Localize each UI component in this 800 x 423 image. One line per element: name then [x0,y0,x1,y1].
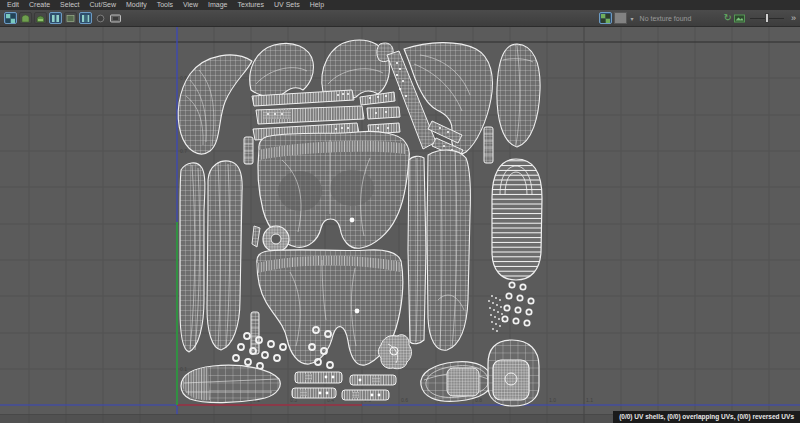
isolate-bars-alt-icon[interactable] [79,12,92,24]
texture-swatch[interactable] [614,12,627,24]
uv-shell-lace-knot[interactable] [378,335,411,369]
menu-image[interactable]: Image [203,0,232,10]
uv-shell-side-fan-panel[interactable] [178,55,252,154]
isolate-bars-icon[interactable] [49,12,62,24]
uv-shell-ladder-strip-1[interactable] [244,137,253,164]
uv-toolbar: ▾ No texture found ↻ » [0,10,800,27]
uv-shell-grommet-ring[interactable] [263,226,289,252]
uv-shell-sole-strip-2[interactable] [350,375,396,385]
image-update-icon[interactable] [734,9,745,27]
uv-shell-side-panel-wide[interactable] [427,150,470,350]
uv-shell-sole-strip-3[interactable] [292,388,336,398]
texture-display-icon[interactable] [599,12,612,24]
menu-modify[interactable]: Modify [121,0,152,10]
checker-grid-icon[interactable] [4,12,17,24]
uv-shell-sole-top[interactable] [421,362,492,402]
uv-shell-boot-upper[interactable] [497,44,540,147]
uv-shell-sleeve-panel-1[interactable] [180,163,205,352]
uv-shell-strap-short-1[interactable] [360,92,395,105]
uv-shell-sole-side[interactable] [181,365,280,402]
menu-textures[interactable]: Textures [233,0,269,10]
slider-handle[interactable] [765,13,769,23]
uv-shells-layer [178,40,542,406]
toolbar-left-group [4,12,122,24]
menu-select[interactable]: Select [55,0,84,10]
svg-text:0.7: 0.7 [180,148,187,154]
uv-shell-icon[interactable] [19,12,32,24]
menu-uv-sets[interactable]: UV Sets [269,0,305,10]
uv-shell-sole-tread[interactable] [492,159,542,280]
chevron-down-icon[interactable]: ▾ [631,15,634,22]
uv-shell-sole-strip-4[interactable] [342,390,389,400]
dim-circle-icon[interactable] [94,12,107,24]
svg-text:0.1: 0.1 [180,366,187,372]
uv-canvas[interactable]: 0.1 0.2 0.3 0.4 0.5 0.6 0.7 0.8 0.9 1.0 … [0,0,800,423]
uv-shell-sliver[interactable] [252,226,260,247]
svg-text:1.0: 1.0 [549,397,556,403]
uv-shell-alt-icon[interactable] [34,12,47,24]
menu-view[interactable]: View [178,0,203,10]
toolbar-right-group: ▾ No texture found ↻ » [599,9,796,27]
menu-edit[interactable]: Edit [2,0,24,10]
menu-help[interactable]: Help [305,0,329,10]
uv-shell-yoke-left[interactable] [250,43,314,96]
expand-chevrons-icon[interactable]: » [791,13,796,23]
texture-status-label: No texture found [640,15,714,22]
texture-dim-slider[interactable] [750,13,784,23]
uv-shell-sleeve-panel-2[interactable] [207,161,242,350]
uv-shell-side-panel-narrow[interactable] [408,156,426,343]
uv-statistics-text: (0/0) UV shells, (0/0) overlapping UVs, … [619,413,794,420]
uv-editor-window: Edit Create Select Cut/Sew Modify Tools … [0,0,800,423]
uv-shell-ladder-strip-2[interactable] [484,127,493,163]
uv-shell-heel-footprint[interactable] [488,340,539,406]
uv-statistics-bar: (0/0) UV shells, (0/0) overlapping UVs, … [613,411,800,423]
svg-text:1.1: 1.1 [586,397,593,403]
refresh-icon[interactable]: ↻ [724,13,732,23]
film-frame-icon[interactable] [109,12,122,24]
menu-tools[interactable]: Tools [152,0,178,10]
svg-text:0.6: 0.6 [401,397,408,403]
uv-shell-strap-short-2[interactable] [367,107,400,119]
plain-panel-icon[interactable] [64,12,77,24]
uv-shell-eyelet-cluster-right[interactable] [488,282,534,332]
uv-shell-sole-strip-1[interactable] [295,372,342,383]
uv-shell-waistband-2[interactable] [256,106,364,124]
menu-cut-sew[interactable]: Cut/Sew [85,0,121,10]
menu-create[interactable]: Create [24,0,55,10]
